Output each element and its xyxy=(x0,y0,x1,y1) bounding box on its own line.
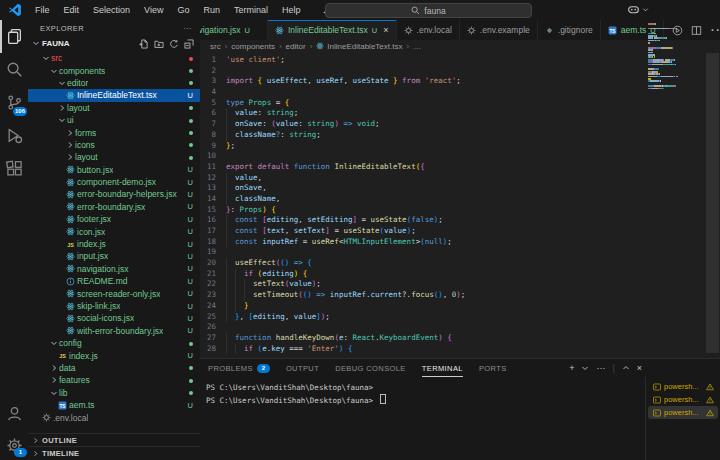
git-untracked-badge: U xyxy=(372,26,377,35)
activity-search-button[interactable] xyxy=(0,53,28,86)
workspace-root-row[interactable]: FAUNA xyxy=(28,36,200,51)
tree-item[interactable]: data xyxy=(28,362,200,374)
terminal-list-item[interactable]: powersh... xyxy=(648,393,718,406)
line-number: 9 xyxy=(200,141,216,152)
minimap[interactable] xyxy=(647,23,699,90)
indent-guide xyxy=(226,130,227,141)
copilot-icon xyxy=(627,3,640,16)
new-file-icon[interactable] xyxy=(139,39,149,49)
breadcrumb-item[interactable]: editor xyxy=(286,42,306,51)
tree-item[interactable]: README.mdU xyxy=(28,275,200,287)
tab-more-actions-button[interactable]: ··· xyxy=(710,21,720,39)
tree-item[interactable]: InlineEditableText.tsxU xyxy=(28,89,200,101)
tree-item[interactable]: .env.local xyxy=(28,411,200,423)
activity-source-control-button[interactable]: 106 xyxy=(0,86,28,119)
tree-item[interactable]: skip-link.jsxU xyxy=(28,300,200,312)
tree-item[interactable]: button.jsxU xyxy=(28,164,200,176)
tree-item[interactable]: JSindex.jsU xyxy=(28,238,200,250)
editor-tab[interactable]: .env.local xyxy=(397,20,460,40)
tree-item[interactable]: error-boundary.jsxU xyxy=(28,201,200,213)
breadcrumb-item[interactable]: src xyxy=(210,42,221,51)
terminal-profile-chevron-icon[interactable] xyxy=(581,364,589,372)
refresh-icon[interactable] xyxy=(169,39,179,49)
maximize-panel-icon[interactable] xyxy=(622,364,630,372)
account-button[interactable] xyxy=(0,397,28,430)
tree-item[interactable]: components xyxy=(28,64,200,76)
panel-tab-ports[interactable]: PORTS xyxy=(479,359,507,377)
new-folder-icon[interactable] xyxy=(154,39,164,49)
activity-run-debug-button[interactable] xyxy=(0,119,28,152)
code-editor[interactable]: 1'use client';23import { useEffect, useR… xyxy=(200,53,720,358)
tree-item[interactable]: features xyxy=(28,374,200,386)
menu-view[interactable]: View xyxy=(137,2,170,18)
settings-button[interactable]: 1 xyxy=(0,430,28,460)
warning-icon xyxy=(706,396,714,404)
new-terminal-button[interactable]: + xyxy=(569,363,574,373)
breadcrumb-item[interactable]: components xyxy=(231,42,275,51)
tree-item[interactable]: lib xyxy=(28,387,200,399)
tree-item[interactable]: component-demo.jsxU xyxy=(28,176,200,188)
menu-go[interactable]: Go xyxy=(170,2,196,18)
editor-scrollbar[interactable] xyxy=(706,53,719,353)
menu-file[interactable]: File xyxy=(28,2,57,18)
tree-item-label: button.jsx xyxy=(77,165,113,175)
activity-extensions-button[interactable] xyxy=(0,152,28,185)
tree-item[interactable]: icon.jsxU xyxy=(28,225,200,237)
menu-run[interactable]: Run xyxy=(196,2,227,18)
timeline-section-header[interactable]: TIMELINE xyxy=(28,446,200,460)
tree-item[interactable]: ui xyxy=(28,114,200,126)
close-icon[interactable]: × xyxy=(383,25,388,35)
tree-item[interactable]: icons xyxy=(28,139,200,151)
tree-item[interactable]: footer.jsxU xyxy=(28,213,200,225)
menu-bar: FileEditSelectionViewGoRunTerminalHelp xyxy=(28,2,307,18)
close-panel-button[interactable]: × xyxy=(637,363,642,373)
tree-item[interactable]: layout xyxy=(28,151,200,163)
tree-item[interactable]: TSaem.tsU xyxy=(28,399,200,411)
collapse-all-icon[interactable] xyxy=(184,39,194,49)
menu-help[interactable]: Help xyxy=(275,2,308,18)
tree-item[interactable]: JSindex.jsU xyxy=(28,349,200,361)
terminal-list-item[interactable]: powersh... xyxy=(648,406,718,419)
panel-tab-terminal[interactable]: TERMINAL xyxy=(422,359,463,377)
indent-guide xyxy=(226,301,227,312)
copilot-menu-button[interactable] xyxy=(627,2,649,17)
panel-more-actions-button[interactable]: ··· xyxy=(596,363,605,373)
menu-edit[interactable]: Edit xyxy=(57,2,87,18)
breadcrumb-item[interactable]: … xyxy=(413,42,421,51)
tree-item[interactable]: with-error-boundary.jsxU xyxy=(28,325,200,337)
editor-tab[interactable]: InlineEditableText.tsxU× xyxy=(268,20,397,41)
tree-item[interactable]: src xyxy=(28,52,200,64)
editor-tab[interactable]: .gitignore xyxy=(538,20,601,40)
tree-item[interactable]: social-icons.jsxU xyxy=(28,312,200,324)
react-icon xyxy=(316,42,324,50)
command-center-search[interactable]: fauna xyxy=(325,3,532,18)
line-number: 16 xyxy=(200,215,216,226)
panel-tab-debug-console[interactable]: DEBUG CONSOLE xyxy=(335,359,406,377)
panel-tab-problems[interactable]: PROBLEMS2 xyxy=(208,359,270,377)
explorer-more-actions-button[interactable]: ··· xyxy=(183,24,192,33)
terminal-output[interactable]: PS C:\Users\VanditShah\Desktop\fauna>PS … xyxy=(206,381,640,407)
breadcrumb-item[interactable]: InlineEditableText.tsx xyxy=(316,42,402,51)
menu-selection[interactable]: Selection xyxy=(86,2,137,18)
code-line: 21 if (editing) { xyxy=(200,269,720,280)
panel-tab-output[interactable]: OUTPUT xyxy=(286,359,319,377)
tree-item[interactable]: error-boundary-helpers.jsxU xyxy=(28,188,200,200)
breadcrumb[interactable]: src›components›editor›InlineEditableText… xyxy=(200,40,720,53)
code-line: 26 xyxy=(200,322,720,333)
terminal-list-item[interactable]: powersh... xyxy=(648,380,718,393)
tree-item[interactable]: config xyxy=(28,337,200,349)
tree-item[interactable]: screen-reader-only.jsxU xyxy=(28,287,200,299)
editor-tab[interactable]: .env.example xyxy=(460,20,538,40)
tree-item[interactable]: forms xyxy=(28,126,200,138)
outline-section-header[interactable]: OUTLINE xyxy=(28,433,200,447)
tree-item[interactable]: input.jsxU xyxy=(28,250,200,262)
tree-item[interactable]: layout xyxy=(28,102,200,114)
javascript-icon: JS xyxy=(58,351,69,360)
tree-item[interactable]: navigation.jsxU xyxy=(28,263,200,275)
git-modified-dot xyxy=(189,128,193,137)
editor-tab[interactable]: navigation.jsxU xyxy=(200,20,268,40)
tree-item[interactable]: editor xyxy=(28,77,200,89)
tree-item-label: component-demo.jsx xyxy=(77,177,156,187)
menu-terminal[interactable]: Terminal xyxy=(227,2,275,18)
activity-explorer-button[interactable] xyxy=(0,20,28,53)
